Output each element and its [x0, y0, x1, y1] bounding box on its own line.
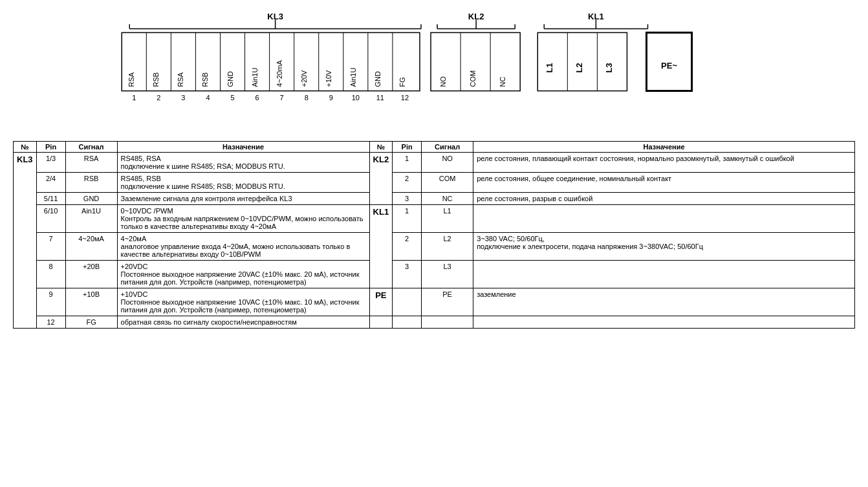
signal-10b: +10В: [65, 288, 117, 316]
pin-5-11: 5/11: [36, 193, 65, 205]
pin-l1: L1: [545, 63, 554, 72]
pin-20v: +20V: [300, 70, 308, 87]
header-signal-right: Сигнал: [422, 142, 473, 153]
desc-fg: обратная связь по сигналу скорости/неисп…: [117, 316, 369, 329]
signal-nc: NC: [422, 193, 473, 205]
pin-7: 7: [36, 233, 65, 261]
signal-rsb: RSB: [65, 173, 117, 193]
pin-ain1u1: Ain1U: [251, 68, 259, 87]
pin-rsa2: RSA: [177, 72, 184, 87]
table-row: 7 4~20мА 4~20мАаналоговое управление вхо…: [14, 233, 855, 261]
signal-l3: L3: [422, 261, 473, 288]
pin-gnd2: GND: [374, 71, 382, 87]
signal-ain1u: Ain1U: [65, 205, 117, 233]
pin-9: 9: [36, 288, 65, 316]
pinnum-9: 9: [329, 94, 333, 102]
wiring-diagram: KL3 KL2 KL1: [13, 6, 855, 136]
page-container: KL3 KL2 KL1: [0, 0, 868, 335]
pin-1-3: 1/3: [36, 153, 65, 173]
pin-kl1-3: 3: [393, 261, 422, 288]
pinnum-5: 5: [230, 94, 234, 102]
signal-pe: PE: [422, 288, 473, 316]
desc-pe: заземление: [473, 288, 855, 316]
pin-rsb2: RSB: [201, 72, 209, 87]
pin-no: NO: [439, 76, 447, 87]
pin-fg: FG: [398, 77, 406, 87]
signal-fg: FG: [65, 316, 117, 329]
header-no-right: №: [369, 142, 393, 153]
signal-com: COM: [422, 173, 473, 193]
pin-8: 8: [36, 261, 65, 288]
pin-gnd1: GND: [226, 71, 234, 87]
pinnum-6: 6: [255, 94, 259, 102]
pinnum-1: 1: [132, 94, 136, 102]
empty-pin: [393, 316, 422, 329]
table-row: 8 +20В +20VDCПостоянное выходное напряже…: [14, 261, 855, 288]
desc-20b: +20VDCПостоянное выходное напряжение 20V…: [117, 261, 369, 288]
group-kl1: KL1: [369, 205, 393, 288]
pinnum-2: 2: [157, 94, 160, 102]
pinnum-11: 11: [376, 94, 384, 102]
signal-l1: L1: [422, 205, 473, 233]
header-no-left: №: [14, 142, 37, 153]
pinnum-7: 7: [280, 94, 284, 102]
table-row: KL3 1/3 RSA RS485, RSAподключение к шине…: [14, 153, 855, 173]
pin-kl2-1: 1: [393, 153, 422, 173]
pinnum-12: 12: [401, 94, 409, 102]
desc-4-20ma: 4~20мАаналоговое управление входа 4~20мА…: [117, 233, 369, 261]
signal-l2: L2: [422, 233, 473, 261]
empty-group: [369, 316, 393, 329]
pinnum-3: 3: [181, 94, 185, 102]
desc-l3: [473, 261, 855, 288]
diagram-area: KL3 KL2 KL1: [13, 6, 855, 136]
signal-gnd: GND: [65, 193, 117, 205]
pin-l2: L2: [574, 63, 584, 72]
signal-4-20ma: 4~20мА: [65, 233, 117, 261]
pin-l3: L3: [604, 63, 614, 72]
pinnum-8: 8: [305, 94, 309, 102]
desc-rsa: RS485, RSAподключение к шине RS485; RSA;…: [117, 153, 369, 173]
pin-kl2-3: 3: [393, 193, 422, 205]
pinnum-4: 4: [206, 94, 210, 102]
signal-rsa: RSA: [65, 153, 117, 173]
pin-nc: NC: [499, 77, 506, 87]
desc-rsb: RS485, RSBподключение к шине RS485; RSB;…: [117, 173, 369, 193]
desc-ain1u: 0~10VDC /PWMКонтроль за входным напряжен…: [117, 205, 369, 233]
table-row: 12 FG обратная связь по сигналу скорости…: [14, 316, 855, 329]
pinnum-10: 10: [352, 94, 360, 102]
pin-com: COM: [469, 70, 477, 87]
pin-rsb1: RSB: [152, 72, 160, 87]
signal-20b: +20В: [65, 261, 117, 288]
signal-no: NO: [422, 153, 473, 173]
group-pe: PE: [369, 288, 393, 316]
svg-rect-27: [537, 32, 627, 91]
pin-kl2-2: 2: [393, 173, 422, 193]
header-pin-left: Pin: [36, 142, 65, 153]
pin-2-4: 2/4: [36, 173, 65, 193]
pin-kl1-2: 2: [393, 233, 422, 261]
desc-com: реле состояния, общее соединение, номина…: [473, 173, 855, 193]
pin-pe-cell: [393, 288, 422, 316]
pin-6-10: 6/10: [36, 205, 65, 233]
header-designation-right: Назначение: [473, 142, 855, 153]
empty-desc: [473, 316, 855, 329]
header-pin-right: Pin: [393, 142, 422, 153]
table-header-row: № Pin Сигнал Назначение № Pin Сигнал Наз…: [14, 142, 855, 153]
pin-ain1u2: Ain1U: [349, 68, 357, 87]
desc-l1: [473, 205, 855, 233]
header-signal-left: Сигнал: [65, 142, 117, 153]
table-row: 9 +10В +10VDCПостоянное выходное напряже…: [14, 288, 855, 316]
table-row: 6/10 Ain1U 0~10VDC /PWMКонтроль за входн…: [14, 205, 855, 233]
pin-pe: PE~: [661, 61, 677, 70]
table-row: 5/11 GND Заземление сигнала для контроля…: [14, 193, 855, 205]
table-row: 2/4 RSB RS485, RSBподключение к шине RS4…: [14, 173, 855, 193]
pin-4-20ma: 4~20mA: [276, 60, 283, 87]
desc-no: реле состояния, плавающий контакт состоя…: [473, 153, 855, 173]
empty-signal: [422, 316, 473, 329]
pin-12: 12: [36, 316, 65, 329]
desc-l2: 3~380 VAC; 50/60Гц,подключение к электро…: [473, 233, 855, 261]
group-kl2: KL2: [369, 153, 393, 205]
group-kl3: KL3: [14, 153, 37, 329]
desc-nc: реле состояния, разрыв с ошибкой: [473, 193, 855, 205]
desc-10b: +10VDCПостоянное выходное напряжение 10V…: [117, 288, 369, 316]
